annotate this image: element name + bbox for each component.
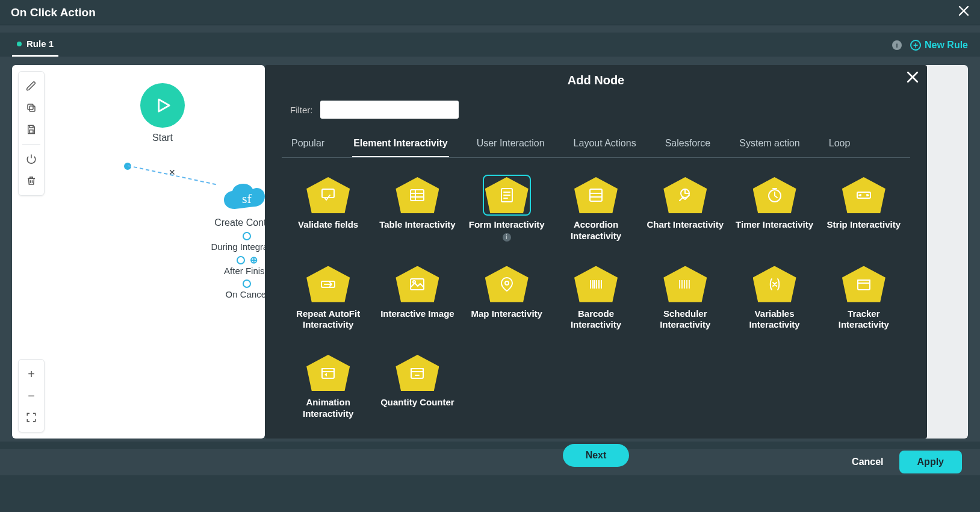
node-card[interactable]: Interactive Image (376, 264, 459, 334)
node-card-label: Tracker Interactivity (825, 308, 903, 331)
rule-tabbar: Rule 1 i + New Rule (0, 25, 980, 57)
table-icon (395, 177, 439, 213)
category-tabs: PopularElement InteractivityUser Interac… (282, 134, 910, 158)
node-card[interactable]: Animation Interactivity (287, 352, 370, 422)
zoom-in-icon[interactable]: + (20, 363, 42, 385)
connector-delete-icon[interactable]: ✕ (167, 167, 177, 177)
canvas-toolbar (18, 71, 45, 196)
node-card[interactable]: Chart Interactivity (644, 175, 727, 245)
category-tab[interactable]: Layout Actions (572, 134, 637, 157)
trash-icon[interactable] (20, 170, 42, 192)
node-card-label: Barcode Interactivity (557, 308, 635, 331)
node-card[interactable]: Barcode Interactivity (554, 264, 637, 334)
node-card[interactable]: Tracker Interactivity (822, 264, 905, 334)
node-card-label: Accordion Interactivity (557, 219, 635, 242)
copy-icon[interactable] (20, 97, 42, 119)
category-tab[interactable]: System action (738, 134, 801, 157)
timer-icon (753, 177, 796, 213)
node-card[interactable]: Strip Interactivity (822, 175, 905, 245)
start-label: Start (72, 133, 253, 143)
close-icon[interactable] (958, 5, 969, 19)
chart-icon (663, 177, 707, 213)
new-rule-button[interactable]: + New Rule (910, 40, 968, 51)
cancel-label: On Cancel (181, 289, 265, 299)
variables-icon (753, 266, 796, 302)
animation-icon (306, 355, 350, 391)
category-tab[interactable]: User Interaction (476, 134, 546, 157)
svg-rect-20 (411, 369, 423, 372)
flow-diagram: Start ✕ sf Create Contact During Integra… (72, 83, 253, 143)
add-node-modal: Add Node Filter: PopularElement Interact… (265, 65, 927, 439)
node-card[interactable]: Table Interactivity (376, 175, 459, 245)
info-icon[interactable]: i (892, 40, 902, 50)
node-card-label: Form Interactivity (469, 219, 545, 231)
tracker-icon (842, 266, 885, 302)
port-icon[interactable] (243, 279, 251, 288)
svg-rect-16 (858, 280, 870, 283)
svg-rect-1 (28, 104, 33, 110)
map-icon (485, 266, 529, 302)
svg-rect-17 (322, 369, 334, 378)
start-node[interactable] (140, 83, 185, 128)
node-card-label: Strip Interactivity (827, 219, 901, 231)
node-card[interactable]: Repeat AutoFit Interactivity (287, 264, 370, 334)
svg-point-14 (505, 281, 509, 285)
zoom-out-icon[interactable]: − (20, 385, 42, 407)
node-card-label: Map Interactivity (471, 308, 542, 320)
plus-circle-icon: + (910, 40, 921, 51)
node-card[interactable]: Variables Interactivity (733, 264, 816, 334)
validate-icon (306, 177, 350, 213)
category-tab[interactable]: Salesforce (664, 134, 712, 157)
new-rule-label: New Rule (925, 40, 968, 51)
svg-rect-7 (590, 189, 602, 201)
info-icon[interactable]: i (503, 233, 511, 242)
node-grid: Validate fieldsTable InteractivityForm I… (282, 175, 910, 422)
port-icon[interactable] (237, 256, 245, 264)
status-dot-icon (17, 42, 22, 46)
node-card[interactable]: Scheduler Interactivity (644, 264, 727, 334)
modal-close-icon[interactable] (907, 71, 919, 87)
create-contact-node[interactable]: sf Create Contact During Integration ⊕ A… (181, 183, 265, 302)
svg-rect-15 (858, 280, 870, 290)
main-area: + − Start ✕ sf Create Contact During In (0, 57, 980, 442)
svg-rect-3 (29, 130, 33, 133)
node-card-label: Validate fields (298, 219, 358, 231)
flow-canvas[interactable]: + − Start ✕ sf Create Contact During In (12, 65, 265, 439)
svg-rect-0 (29, 106, 35, 111)
power-icon[interactable] (20, 148, 42, 170)
next-button[interactable]: Next (563, 444, 630, 467)
category-tab[interactable]: Popular (290, 134, 326, 157)
port-icon[interactable] (243, 232, 251, 240)
svg-rect-5 (411, 190, 424, 201)
page-title: On Click Action (11, 6, 96, 19)
node-card-label: Chart Interactivity (647, 219, 724, 231)
fit-icon[interactable] (20, 407, 42, 428)
node-card-label: Table Interactivity (379, 219, 455, 231)
node-card[interactable]: Quantity Counter (376, 352, 459, 422)
node-card[interactable]: Timer Interactivity (733, 175, 816, 245)
add-port-icon[interactable]: ⊕ (250, 254, 258, 266)
svg-point-13 (413, 281, 415, 283)
category-tab[interactable]: Element Interactivity (352, 134, 449, 157)
node-card[interactable]: Accordion Interactivity (554, 175, 637, 245)
node-card[interactable]: Map Interactivity (465, 264, 548, 334)
save-icon[interactable] (20, 119, 42, 140)
node-card-label: Scheduler Interactivity (646, 308, 724, 331)
node-card[interactable]: Validate fields (287, 175, 370, 245)
filter-input[interactable] (320, 101, 459, 119)
edit-icon[interactable] (20, 75, 42, 97)
node-label: Create Contact (181, 217, 265, 228)
rule-tab-label: Rule 1 (26, 39, 54, 49)
cloud-icon: sf (222, 183, 265, 215)
quantity-icon (395, 355, 439, 391)
strip-icon (842, 177, 885, 213)
rule-tab[interactable]: Rule 1 (12, 33, 58, 57)
modal-title: Add Node (282, 73, 910, 87)
image-icon (395, 266, 439, 302)
category-tab[interactable]: Loop (828, 134, 852, 157)
node-card[interactable]: Form Interactivityi (465, 175, 548, 245)
sf-label: sf (222, 183, 265, 215)
node-card-label: Repeat AutoFit Interactivity (289, 308, 367, 331)
repeat-icon (306, 266, 350, 302)
node-card-label: Animation Interactivity (289, 397, 367, 420)
